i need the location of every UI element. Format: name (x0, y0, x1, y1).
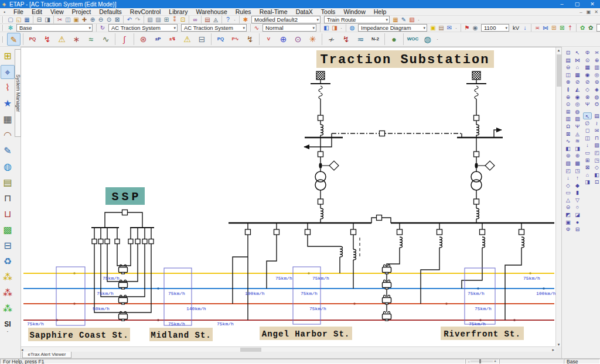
short-circuit-icon[interactable]: ↯ (40, 33, 54, 46)
track-node-dot[interactable] (73, 272, 76, 274)
arc-flash-icon[interactable]: ⚠ (55, 33, 69, 46)
station-region-box[interactable] (56, 267, 85, 325)
system-combo[interactable]: AC Traction System▾ (108, 24, 178, 32)
bus-sizing-icon[interactable]: ≍ (533, 24, 541, 32)
battery-icon[interactable]: ⊟ (195, 33, 209, 46)
inst-element-icon-6[interactable]: ✉ (592, 127, 600, 134)
toolbar-overflow-icon[interactable]: · (437, 36, 438, 42)
zoom-in-icon[interactable]: ⊕ (88, 16, 97, 23)
menu-edit[interactable]: Edit (28, 8, 46, 15)
mdi-minimize-button[interactable]: – (577, 9, 585, 15)
ac-element-icon-29[interactable]: ⊚ (564, 152, 572, 159)
menu-warehouse[interactable]: Warehouse (192, 8, 231, 15)
ac-element-icon-15[interactable]: ⊙ (564, 101, 572, 108)
zoom-out-icon[interactable]: ⊖ (97, 16, 105, 23)
schedule-icon[interactable]: ⚑ (463, 24, 471, 32)
load-flow-icon[interactable]: PQ (26, 33, 39, 46)
ground-fault-icon[interactable]: ↯ (243, 33, 257, 46)
people-icon[interactable]: ⁑ (171, 16, 179, 23)
comment-icon[interactable]: ✉ (445, 24, 454, 32)
harmonics-icon[interactable]: ∿ (99, 33, 112, 46)
ac-element-icon-6[interactable]: ⌂ (573, 64, 582, 71)
ac-element-icon-49[interactable]: Φ (564, 226, 572, 233)
ac-element-icon-16[interactable]: ◎ (573, 101, 582, 108)
ac-element-icon-36[interactable]: ↑ (573, 174, 582, 181)
chevron-down-icon[interactable]: ▾ (312, 26, 315, 30)
inst-element-icon-7[interactable]: ◫ (583, 135, 592, 142)
picture-icon[interactable]: ▧ (408, 16, 416, 23)
revision-combo[interactable]: Base▾ (16, 24, 93, 32)
relay-element-icon-7[interactable]: ◉ (583, 71, 592, 78)
ac-element-icon-43[interactable]: ⊝ (564, 204, 572, 211)
datablock-icon[interactable]: ▤ (437, 24, 445, 32)
pq-circle-icon[interactable]: ⊕ (277, 33, 290, 46)
frame2-icon[interactable]: ⊠ (558, 24, 566, 32)
relay-element-icon-8[interactable]: ◎ (592, 71, 600, 78)
page-new-icon[interactable]: ◧ (322, 24, 330, 32)
inst-element-icon-10[interactable]: ▨ (592, 142, 600, 149)
new-icon[interactable]: ▢ (6, 16, 15, 23)
ac-element-icon-22[interactable]: Ψ (573, 123, 582, 130)
ac-element-icon-30[interactable]: ⊛ (573, 152, 582, 159)
diagram-combo[interactable]: Impedance Diagram▾ (358, 24, 427, 32)
menu-view[interactable]: View (46, 8, 68, 15)
track-node-dot[interactable] (445, 303, 448, 305)
inst-element-icon-4[interactable]: ≀ (592, 120, 600, 127)
print-icon[interactable]: ⊟ (35, 16, 43, 23)
leaf-icon[interactable]: ● (387, 33, 401, 46)
arc-flash2-icon[interactable]: ⚠ (180, 33, 194, 46)
relay-element-icon-6[interactable]: ▥ (592, 64, 600, 71)
inst-element-icon-9[interactable]: ↓ (583, 142, 592, 149)
inst-element-icon-12[interactable]: ◰ (592, 149, 600, 156)
station-region-box[interactable] (164, 268, 192, 325)
relay-element-icon-9[interactable]: ⊘ (583, 78, 592, 85)
menu-library[interactable]: Library (165, 8, 192, 15)
ac-element-icon-5[interactable]: ⊖ (564, 64, 572, 71)
fmea-red-icon[interactable]: ⁂ (1, 286, 15, 300)
validate-icon[interactable]: ✿ (578, 24, 587, 32)
minimize-button[interactable]: – (554, 1, 570, 7)
ssp-label[interactable]: SSP (105, 187, 145, 205)
etrax-alert-viewer-tab[interactable]: eTrax Alert Viewer (22, 352, 71, 358)
calendar-icon[interactable]: ▤ (203, 16, 212, 23)
apply-down-icon[interactable]: ↓ (521, 24, 529, 32)
mdi-restore-button[interactable]: ▣ (585, 9, 592, 15)
relay-element-icon-5[interactable]: ▦ (583, 64, 592, 71)
frame-icon[interactable]: ⊞ (550, 24, 558, 32)
track-node-dot[interactable] (513, 319, 516, 321)
track-node-dot[interactable] (73, 303, 76, 305)
inst-element-icon-8[interactable]: ⊓ (592, 135, 600, 142)
ac-element-icon-46[interactable]: ◪ (573, 211, 582, 218)
vertical-scrollbar[interactable]: ▴ ▾ (555, 47, 561, 347)
system-manager-tab[interactable]: System Manager (15, 49, 21, 137)
panel-systems-icon[interactable]: ▤ (1, 176, 15, 190)
fmea-green-icon[interactable]: ⁂ (1, 302, 15, 316)
ac-element-icon-24[interactable]: ◬ (573, 131, 582, 138)
relay-element-icon-10[interactable]: ⊚ (592, 78, 600, 85)
pan-icon[interactable]: ✚ (80, 16, 88, 23)
toolbar-overflow-icon[interactable]: · (455, 25, 457, 31)
ac-element-icon-47[interactable]: ▣ (564, 219, 572, 226)
oneline-canvas[interactable]: Sapphire Coast St.Midland St.Angel Harbo… (21, 47, 561, 346)
inst-element-icon-16[interactable]: ◇ (592, 164, 600, 171)
close-button[interactable]: ✕ (585, 1, 600, 7)
relay-curve-icon[interactable]: ≂ (354, 33, 367, 46)
save-icon[interactable]: ▦ (23, 16, 31, 23)
menu-project[interactable]: Project (68, 8, 96, 15)
oneline-diagram-icon[interactable]: ⌖ (1, 65, 15, 79)
chevron-down-icon[interactable]: ▾ (88, 26, 91, 30)
zoom-fit-icon[interactable]: ⊠ (113, 16, 121, 23)
theme-combo[interactable]: Modified Default2▾ (251, 16, 321, 23)
chevron-down-icon[interactable]: ▾ (316, 18, 319, 22)
train-symbol[interactable] (383, 311, 391, 321)
ac-element-icon-10[interactable]: ⊘ (573, 78, 582, 85)
ac-element-icon-9[interactable]: ⊗ (564, 78, 572, 85)
chevron-down-icon[interactable]: ▾ (423, 26, 425, 30)
ac-element-icon-20[interactable]: ▨ (573, 115, 582, 122)
toolbar-overflow-icon[interactable]: · (234, 17, 236, 23)
relay-diamond[interactable] (485, 161, 495, 170)
paste-icon[interactable]: ▣ (72, 16, 80, 23)
mdi-document-icon[interactable]: ▪ (0, 9, 9, 15)
toolbar-overflow-icon[interactable]: · (418, 17, 420, 23)
ac-element-icon-23[interactable]: ⊠ (564, 131, 572, 138)
